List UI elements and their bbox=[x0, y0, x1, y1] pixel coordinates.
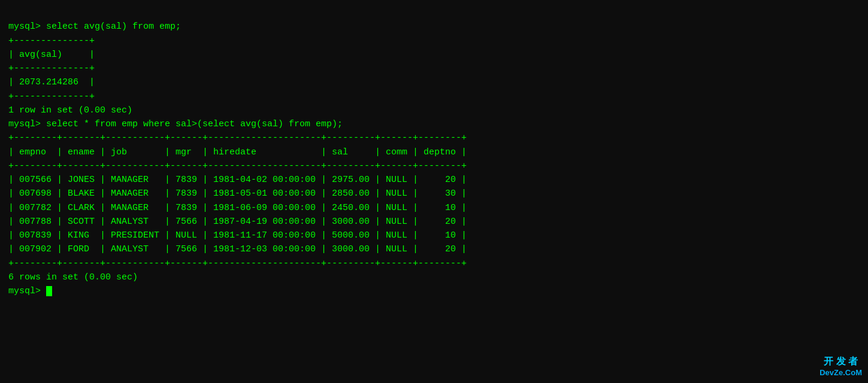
terminal-line: | empno | ename | job | mgr | hiredate |… bbox=[8, 145, 860, 159]
terminal-line: | 007902 | FORD | ANALYST | 7566 | 1981-… bbox=[8, 242, 860, 256]
watermark: 开 发 者 DevZe.CoM bbox=[819, 355, 862, 377]
watermark-line1: 开 发 者 bbox=[819, 355, 862, 368]
terminal-line: +--------------+ bbox=[8, 34, 860, 48]
terminal-line: | 007782 | CLARK | MANAGER | 7839 | 1981… bbox=[8, 201, 860, 215]
terminal-line: mysql> select avg(sal) from emp; bbox=[8, 20, 860, 34]
terminal-line: | 007839 | KING | PRESIDENT | NULL | 198… bbox=[8, 229, 860, 242]
cursor bbox=[46, 286, 52, 296]
terminal-line: mysql> select * from emp where sal>(sele… bbox=[8, 117, 860, 131]
terminal-line: | 007698 | BLAKE | MANAGER | 7839 | 1981… bbox=[8, 187, 860, 200]
terminal-line: mysql> bbox=[8, 284, 860, 298]
terminal-line: 6 rows in set (0.00 sec) bbox=[8, 270, 860, 284]
terminal-line: +--------------+ bbox=[8, 62, 860, 75]
terminal-line: | 007788 | SCOTT | ANALYST | 7566 | 1987… bbox=[8, 215, 860, 229]
terminal-line: | avg(sal) | bbox=[8, 48, 860, 62]
terminal-line: | 2073.214286 | bbox=[8, 75, 860, 89]
watermark-line2: DevZe.CoM bbox=[819, 368, 862, 377]
terminal-line: +--------+-------+-----------+------+---… bbox=[8, 131, 860, 145]
terminal-line: 1 row in set (0.00 sec) bbox=[8, 104, 860, 117]
terminal-line: +--------------+ bbox=[8, 90, 860, 104]
terminal-window: mysql> select avg(sal) from emp;+-------… bbox=[0, 0, 868, 304]
terminal-line: | 007566 | JONES | MANAGER | 7839 | 1981… bbox=[8, 173, 860, 187]
terminal-line: +--------+-------+-----------+------+---… bbox=[8, 159, 860, 173]
terminal-line: +--------+-------+-----------+------+---… bbox=[8, 257, 860, 270]
